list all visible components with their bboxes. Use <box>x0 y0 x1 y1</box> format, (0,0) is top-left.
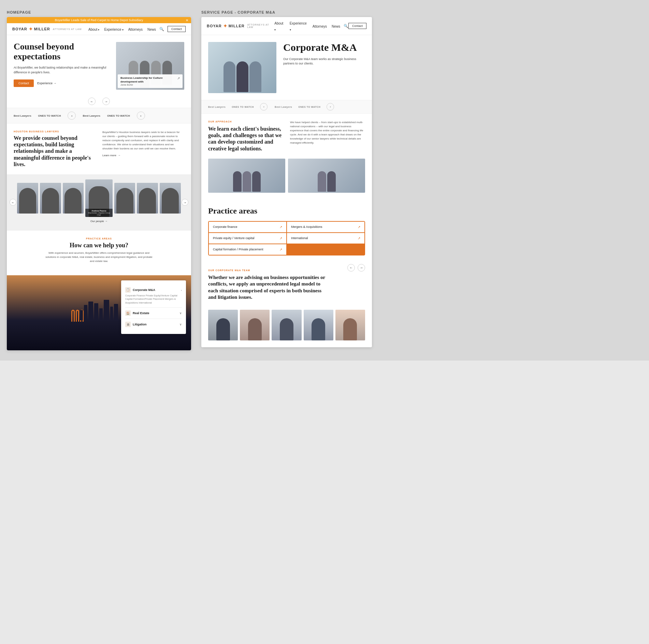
photo-fig-2a <box>318 171 326 192</box>
practice-grid-label-0: Corporate finance <box>213 225 237 229</box>
person-role: Shareholder, Litigation Group Chair <box>87 212 111 216</box>
person-thumb-2 <box>40 183 61 214</box>
person-figure-2 <box>42 188 59 214</box>
nav-news[interactable]: News <box>147 28 156 31</box>
nav-attorneys[interactable]: Attorneys <box>128 28 143 31</box>
practice-grid-item-4[interactable]: Capital formation / Private placement ↗ <box>209 244 286 255</box>
attorney-fig-1 <box>216 318 230 340</box>
houston-left: Houston Business Lawyers We provide coun… <box>14 130 96 167</box>
photo-item-1 <box>208 159 285 193</box>
practice-grid-item-1[interactable]: Mergers & Acquisitions ↗ <box>287 222 364 232</box>
building-3 <box>88 302 93 320</box>
hero-caption: ↗ Business Leadership for Culture develo… <box>118 74 183 88</box>
houston-title: We provide counsel beyond expectations, … <box>14 135 96 167</box>
city-section: 📋 Corporate M&A › Corporate Finance Priv… <box>7 275 191 350</box>
practice-item-litigation[interactable]: ⚖ Litigation ∨ <box>125 319 182 330</box>
practice-item-header-2: 🏠 Real Estate ∨ <box>125 310 182 316</box>
building-2 <box>84 305 87 320</box>
logo-part2: MILLER <box>34 27 50 31</box>
attorney-fig-4 <box>312 318 325 340</box>
close-icon[interactable]: ✕ <box>186 18 188 22</box>
hero-title: Counsel beyond expectations <box>14 42 111 61</box>
houston-section: Houston Business Lawyers We provide coun… <box>7 123 191 174</box>
approach-section: Our approach We learn each client's busi… <box>201 114 372 159</box>
practice-grid-item-2[interactable]: Private equity / Venture capital ↗ <box>209 233 286 244</box>
attorney-row <box>208 310 365 340</box>
carousel-prev-button[interactable]: ← <box>10 199 16 206</box>
caption-author: Jania Burke <box>120 84 180 86</box>
practice-grid-arrow-0: ↗ <box>279 225 282 229</box>
our-people-anchor[interactable]: Our people → <box>90 220 107 223</box>
attorney-fig-2 <box>248 318 262 340</box>
notif-text: BoyarMiller Leads Sale of Red Carpet to … <box>55 18 143 22</box>
award-best-lawyers-2: Best Lawyers <box>83 114 100 117</box>
svc-nav-attorneys[interactable]: Attorneys <box>313 25 327 28</box>
attorney-fig-3 <box>280 318 293 340</box>
practice-item-toggle-3: ∨ <box>179 323 182 326</box>
photo-figs-1 <box>208 171 285 193</box>
svc-search-icon[interactable]: 🔍 <box>344 24 348 28</box>
person-thumb-7 <box>160 183 181 214</box>
contact-button[interactable]: Contact <box>168 26 186 32</box>
hero-image-area: ↗ Business Leadership for Culture develo… <box>116 42 184 90</box>
service-hero-content: Corporate M&A Our Corporate M&A team wor… <box>283 42 365 93</box>
hero-section: Counsel beyond expectations At BoyarMill… <box>7 35 191 95</box>
svc-contact-button[interactable]: Contact <box>348 23 366 29</box>
service-logo: BOYAR ✦ MILLER ATTORNEYS AT LAW <box>207 23 274 29</box>
team-arrows: ← → <box>347 264 365 272</box>
hero-contact-button[interactable]: Contact <box>14 79 34 87</box>
houston-body: BoyarMiller's Houston business lawyers s… <box>102 130 184 151</box>
service-logo-sub: ATTORNEYS AT LAW <box>247 24 275 28</box>
service-hero-image <box>208 42 276 93</box>
logo-sub: ATTORNEYS AT LAW <box>53 28 82 30</box>
nav-about[interactable]: About <box>88 28 99 31</box>
svc-nav-experience[interactable]: Experience <box>290 21 307 31</box>
attorney-photo-5 <box>335 310 365 340</box>
approach-left: Our approach We learn each client's busi… <box>208 120 283 152</box>
award-badge-1: ★ <box>68 112 76 120</box>
svc-nav-news[interactable]: News <box>332 25 340 28</box>
practice-grid-item-3[interactable]: International ↗ <box>287 233 364 244</box>
practice-sub-items: Corporate Finance Private Equity/Venture… <box>125 294 182 305</box>
service-hero-desc: Our Corporate M&A team works as strategi… <box>283 57 365 66</box>
approach-title: We learn each client's business, goals, … <box>208 126 283 152</box>
hero-experience-button[interactable]: Experience <box>37 82 57 85</box>
houston-right: BoyarMiller's Houston business lawyers s… <box>102 130 184 167</box>
building-8 <box>114 304 118 320</box>
practice-item-corporate[interactable]: 📋 Corporate M&A › Corporate Finance Priv… <box>125 284 182 308</box>
learn-more-link[interactable]: Learn more → <box>102 153 120 158</box>
practice-grid-arrow-4: ↗ <box>279 248 282 251</box>
svc-award-ones-to-watch-1: ONES TO WATCH <box>232 106 254 108</box>
people-carousel: Andrew Pearce Shareholder, Litigation Gr… <box>7 179 191 217</box>
team-prev-button[interactable]: ← <box>347 264 355 272</box>
photo-fig-1a <box>233 171 242 192</box>
award-ones-to-watch-1: ONES TO WATCH <box>38 114 61 117</box>
person-figure-6 <box>139 188 156 214</box>
person-figure-7 <box>162 188 179 214</box>
practice-item-name-2: Real Estate <box>133 311 179 315</box>
practice-tag: Practice areas <box>14 237 184 240</box>
next-arrow-button[interactable]: → <box>102 98 110 105</box>
litigation-icon: ⚖ <box>125 322 131 327</box>
practice-item-header-3: ⚖ Litigation ∨ <box>125 322 182 327</box>
team-section: Our Corporate M&A team Whether we are ad… <box>201 262 372 347</box>
practice-grid-item-0[interactable]: Corporate finance ↗ <box>209 222 286 232</box>
person-thumb-5 <box>114 183 135 214</box>
hero-arrows: ← → <box>7 95 191 108</box>
team-next-button[interactable]: → <box>358 264 365 272</box>
prev-arrow-button[interactable]: ← <box>88 98 96 105</box>
service-label: SERVICE PAGE - CORPORATE M&A <box>201 10 372 14</box>
practice-item-realestate[interactable]: 🏠 Real Estate ∨ <box>125 308 182 319</box>
svc-nav-about[interactable]: About <box>274 21 283 31</box>
carousel-next-button[interactable]: → <box>182 199 188 206</box>
attorney-photo-3 <box>272 310 301 340</box>
search-icon[interactable]: 🔍 <box>159 27 164 31</box>
attorney-fig-5 <box>343 318 357 340</box>
approach-tag: Our approach <box>208 120 283 123</box>
practice-grid-label-3: International <box>291 236 308 240</box>
nav-experience[interactable]: Experience <box>104 28 123 31</box>
building-7 <box>110 307 113 320</box>
attorney-photo-2 <box>240 310 270 340</box>
service-logo-divider: ✦ <box>223 23 227 29</box>
practice-section: Practice areas How can we help you? With… <box>7 231 191 275</box>
